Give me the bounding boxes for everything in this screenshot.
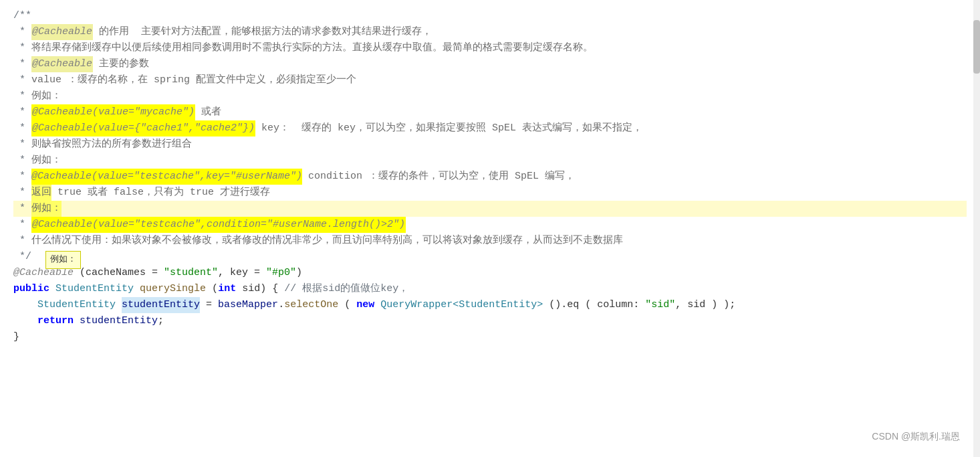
keyword-new: new: [356, 297, 374, 313]
comment-3-text: 将结果存储到缓存中以便后续使用相同参数调用时不需执行实际的方法。直接从缓存中取值…: [31, 40, 593, 56]
star-10: *: [13, 153, 31, 169]
comment-18: // 根据sid的值做位key，: [284, 281, 408, 297]
annotation-testcache-condition: @Cacheable(value="testcache",condition="…: [31, 217, 406, 233]
space-18b: [134, 281, 140, 297]
comment-11-text: condition ：缓存的条件，可以为空，使用 SpEL 编写，: [302, 169, 575, 185]
tooltip-box: 例如：: [45, 251, 81, 269]
star-12: *: [13, 185, 31, 201]
type-query-wrapper: QueryWrapper<StudentEntity>: [380, 297, 543, 313]
comment-7-text: 或者: [195, 104, 221, 120]
semi-20: ;: [158, 313, 164, 329]
star-13: *: [13, 201, 31, 217]
method-select-one: selectOne: [284, 297, 338, 313]
comment-8-text: key： 缓存的 key，可以为空，如果指定要按照 SpEL 表达式编写，如果不…: [255, 120, 642, 136]
code-line-7: * @Cacheable(value="mycache") 或者: [13, 104, 967, 120]
code-line-11: * @Cacheable(value="testcache",key="#use…: [13, 169, 967, 185]
params-18: (: [206, 281, 218, 297]
annotation-mycache: @Cacheable(value="mycache"): [31, 104, 195, 120]
string-p0: "#p0": [266, 265, 296, 281]
tooltip-text: 例如：: [50, 254, 76, 264]
space-20: [74, 313, 80, 329]
watermark-text: CSDN @斯凯利.瑞恩: [872, 431, 960, 442]
comment-5-text: value ：缓存的名称，在 spring 配置文件中定义，必须指定至少一个: [31, 72, 356, 88]
comment-close: */: [13, 249, 31, 265]
star-11: *: [13, 169, 31, 185]
code-line-2: * @Cacheable 的作用 主要针对方法配置，能够根据方法的请求参数对其结…: [13, 24, 967, 40]
code-line-8: * @Cacheable(value={"cache1","cache2"}) …: [13, 120, 967, 136]
space-18c: sid) {: [236, 281, 284, 297]
space-19b: [374, 297, 380, 313]
star-3: *: [13, 40, 31, 56]
type-student-entity-2: StudentEntity: [37, 297, 116, 313]
scrollbar[interactable]: [973, 0, 980, 457]
code-line-20: return studentEntity;: [13, 313, 967, 329]
star-14: *: [13, 217, 31, 233]
indent-20: [13, 313, 37, 329]
star-7: *: [13, 104, 31, 120]
comment-4-text: 主要的参数: [93, 56, 149, 72]
space-18a: [49, 281, 55, 297]
assign-19: =: [200, 297, 218, 313]
comment-15-text: 什么情况下使用：如果该对象不会被修改，或者修改的情况非常少，而且访问率特别高，可…: [31, 233, 623, 249]
comment-9-text: 则缺省按照方法的所有参数进行组合: [31, 136, 192, 153]
paren-close-17: ): [296, 265, 302, 281]
code-line-18: public StudentEntity querySingle (int si…: [13, 281, 967, 297]
star-15: *: [13, 233, 31, 249]
comment-12-rest: true 或者 false，只有为 true 才进行缓存: [51, 185, 270, 201]
string-student: "student": [164, 265, 218, 281]
paren-19a: (: [338, 297, 356, 313]
var-base-mapper: baseMapper: [218, 297, 278, 313]
star-5: *: [13, 72, 31, 88]
code-line-17: @Cacheable (cacheNames = "student", key …: [13, 265, 967, 281]
space-19a: [116, 297, 122, 313]
comment-6-text: 例如：: [31, 88, 62, 104]
method-query-single: querySingle: [140, 281, 206, 297]
keyword-return: return: [37, 313, 74, 329]
star-4: *: [13, 56, 31, 72]
string-sid: "sid": [645, 297, 675, 313]
code-line-15: * 什么情况下使用：如果该对象不会被修改，或者修改的情况非常少，而且访问率特别高…: [13, 233, 967, 249]
comment-2-text: 的作用 主要针对方法配置，能够根据方法的请求参数对其结果进行缓存，: [93, 24, 432, 40]
annotation-testcache-key: @Cacheable(value="testcache",key="#userN…: [31, 169, 302, 185]
type-student-entity: StudentEntity: [55, 281, 134, 297]
code-line-4: * @Cacheable 主要的参数: [13, 56, 967, 72]
example-highlighted: 例如：: [31, 201, 62, 217]
keyword-int: int: [218, 281, 236, 297]
comment-open: /**: [13, 8, 31, 24]
code-line-10: * 例如：: [13, 153, 967, 169]
cacheable-params: (cacheNames =: [74, 265, 164, 281]
code-line-5: * value ：缓存的名称，在 spring 配置文件中定义，必须指定至少一个: [13, 72, 967, 88]
star-9: *: [13, 136, 31, 153]
code-container: /** * @Cacheable 的作用 主要针对方法配置，能够根据方法的请求参…: [0, 0, 980, 457]
annotation-cacheable-1: @Cacheable: [31, 24, 93, 40]
code-line-19: StudentEntity studentEntity = baseMapper…: [13, 297, 967, 313]
watermark: CSDN @斯凯利.瑞恩: [872, 429, 960, 444]
star-2: *: [13, 24, 31, 40]
var-return-entity: studentEntity: [80, 313, 158, 329]
chain-19: ().eq ( column:: [543, 297, 645, 313]
comma-key: , key =: [218, 265, 266, 281]
rest-19: , sid ) );: [675, 297, 735, 313]
var-student-entity: studentEntity: [122, 297, 200, 313]
keyword-public: public: [13, 281, 49, 297]
code-line-21: }: [13, 329, 967, 345]
star-8: *: [13, 120, 31, 136]
code-line-13: * 例如：: [13, 201, 967, 217]
code-line-1: /**: [13, 8, 967, 24]
indent-19: [13, 297, 37, 313]
return-text-highlighted: 返回: [31, 185, 51, 201]
annotation-cache1-cache2: @Cacheable(value={"cache1","cache2"}): [31, 120, 255, 136]
code-line-14: * @Cacheable(value="testcache",condition…: [13, 217, 967, 233]
code-line-16: */: [13, 249, 967, 265]
code-line-9: * 则缺省按照方法的所有参数进行组合: [13, 136, 967, 153]
scrollbar-thumb[interactable]: [973, 20, 980, 74]
code-line-3: * 将结果存储到缓存中以便后续使用相同参数调用时不需执行实际的方法。直接从缓存中…: [13, 40, 967, 56]
brace-close: }: [13, 329, 19, 345]
comment-10-text: 例如：: [31, 153, 62, 169]
code-line-12: * 返回 true 或者 false，只有为 true 才进行缓存: [13, 185, 967, 201]
code-line-6: * 例如：: [13, 88, 967, 104]
annotation-cacheable-2: @Cacheable: [31, 56, 93, 72]
star-6: *: [13, 88, 31, 104]
dot-19: .: [278, 297, 284, 313]
